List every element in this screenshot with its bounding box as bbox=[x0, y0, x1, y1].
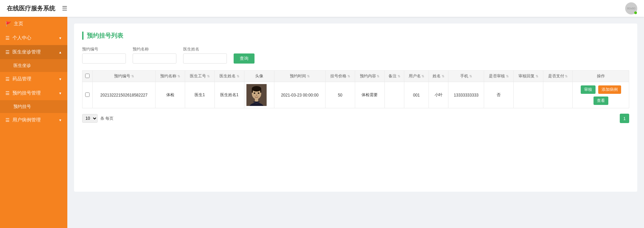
td-doctor-no: 医生1 bbox=[185, 82, 215, 108]
td-avatar bbox=[244, 82, 274, 108]
sidebar-item-personal[interactable]: ☰ 个人中心 ▼ bbox=[0, 31, 67, 45]
chevron-down-icon4: ▼ bbox=[59, 118, 62, 122]
avatar-svg bbox=[246, 84, 267, 106]
row-checkbox[interactable] bbox=[85, 92, 90, 97]
td-content: 体检需要 bbox=[355, 82, 384, 108]
main-content: 预约挂号列表 预约编号 预约名称 医生姓名 查询 bbox=[67, 17, 644, 228]
pagination: 1 bbox=[620, 114, 629, 123]
avatar-label: 80x80 bbox=[627, 7, 636, 10]
page-btn-1[interactable]: 1 bbox=[620, 114, 629, 123]
select-all-checkbox[interactable] bbox=[85, 74, 90, 78]
td-is-review: 否 bbox=[484, 82, 514, 108]
search-bar: 预约编号 预约名称 医生姓名 查询 bbox=[82, 46, 629, 64]
th-phone[interactable]: 手机 bbox=[448, 71, 484, 82]
th-doctor-name[interactable]: 医生姓名 bbox=[214, 71, 244, 82]
th-username[interactable]: 用户名 bbox=[404, 71, 429, 82]
td-is-pay bbox=[543, 82, 573, 108]
sidebar-item-doctor-mgmt-label: 医生坐诊管理 bbox=[12, 49, 41, 55]
sidebar-item-medicine-label: 药品管理 bbox=[12, 76, 31, 82]
td-appt-no: 202132221502618582227 bbox=[93, 82, 156, 108]
th-review-reply[interactable]: 审核回复 bbox=[513, 71, 543, 82]
menu-toggle-icon[interactable]: ☰ bbox=[62, 5, 67, 12]
chevron-up-icon: ▲ bbox=[59, 50, 62, 54]
table-wrapper: 预约编号 预约名称 医生工号 医生姓名 头像 预约时间 挂号价格 预约内容 备注… bbox=[82, 70, 629, 108]
search-button[interactable]: 查询 bbox=[234, 53, 255, 64]
flag-icon: 🚩 bbox=[5, 21, 11, 27]
search-input-appt-name[interactable] bbox=[133, 53, 176, 64]
svg-point-8 bbox=[253, 92, 255, 94]
online-dot bbox=[634, 11, 637, 14]
sidebar-sub-appointment: 预约挂号 bbox=[0, 100, 67, 113]
avatar[interactable]: 80x80 bbox=[625, 2, 637, 14]
th-doctor-no[interactable]: 医生工号 bbox=[185, 71, 215, 82]
th-appt-no[interactable]: 预约编号 bbox=[93, 71, 156, 82]
search-label-appt-no: 预约编号 bbox=[82, 46, 126, 52]
sidebar-item-doctor-mgmt[interactable]: ☰ 医生坐诊管理 ▲ bbox=[0, 45, 67, 59]
svg-rect-6 bbox=[252, 89, 253, 93]
th-price[interactable]: 挂号价格 bbox=[325, 71, 355, 82]
table-header-row: 预约编号 预约名称 医生工号 医生姓名 头像 预约时间 挂号价格 预约内容 备注… bbox=[82, 71, 629, 82]
svg-point-9 bbox=[258, 92, 259, 94]
th-appt-time[interactable]: 预约时间 bbox=[274, 71, 325, 82]
th-is-review[interactable]: 是否审核 bbox=[484, 71, 514, 82]
patient-mgmt-icon: ☰ bbox=[5, 117, 10, 123]
td-remark bbox=[384, 82, 404, 108]
td-actions: 审核 添加病例 查看 bbox=[573, 82, 629, 108]
search-field-appt-name: 预约名称 bbox=[133, 46, 176, 64]
sidebar: 🚩 主页 ☰ 个人中心 ▼ ☰ 医生坐诊管理 ▲ 医生坐诊 ☰ 药品管理 ▼ ☰… bbox=[0, 17, 67, 228]
th-appt-name[interactable]: 预约名称 bbox=[156, 71, 185, 82]
svg-rect-7 bbox=[260, 89, 261, 93]
person-avatar-image bbox=[246, 84, 267, 106]
search-field-doctor-name: 医生姓名 bbox=[183, 46, 227, 64]
review-button[interactable]: 审核 bbox=[581, 85, 596, 94]
sidebar-item-appointment-label: 预约挂号 bbox=[13, 104, 31, 109]
sidebar-item-patient-mgmt[interactable]: ☰ 用户病例管理 ▼ bbox=[0, 113, 67, 127]
sidebar-item-appointment[interactable]: 预约挂号 bbox=[0, 100, 67, 113]
sidebar-item-home-label: 主页 bbox=[14, 21, 23, 27]
sidebar-item-doctor-clinic-label: 医生坐诊 bbox=[13, 63, 31, 68]
pagination-bar: 10 20 50 条 每页 1 bbox=[82, 114, 629, 123]
appointments-table: 预约编号 预约名称 医生工号 医生姓名 头像 预约时间 挂号价格 预约内容 备注… bbox=[82, 70, 629, 108]
sidebar-item-medicine[interactable]: ☰ 药品管理 ▼ bbox=[0, 72, 67, 86]
layout: 🚩 主页 ☰ 个人中心 ▼ ☰ 医生坐诊管理 ▲ 医生坐诊 ☰ 药品管理 ▼ ☰… bbox=[0, 17, 644, 228]
chevron-down-icon2: ▼ bbox=[59, 77, 62, 81]
content-card: 预约挂号列表 预约编号 预约名称 医生姓名 查询 bbox=[74, 24, 637, 192]
td-price: 50 bbox=[325, 82, 355, 108]
th-realname[interactable]: 姓名 bbox=[429, 71, 448, 82]
add-case-button[interactable]: 添加病例 bbox=[598, 85, 621, 94]
td-realname: 小叶 bbox=[429, 82, 448, 108]
chevron-down-icon: ▼ bbox=[59, 36, 62, 40]
sidebar-sub-doctor: 医生坐诊 bbox=[0, 59, 67, 72]
search-input-doctor-name[interactable] bbox=[183, 53, 227, 64]
sidebar-item-patient-mgmt-label: 用户病例管理 bbox=[12, 117, 41, 123]
app-title: 在线医疗服务系统 bbox=[7, 4, 55, 12]
header: 在线医疗服务系统 ☰ 80x80 bbox=[0, 0, 644, 17]
chevron-down-icon3: ▼ bbox=[59, 91, 62, 95]
header-right: 80x80 bbox=[625, 2, 637, 14]
page-size-label: 条 每页 bbox=[100, 116, 113, 121]
sidebar-item-appointment-mgmt-label: 预约挂号管理 bbox=[12, 90, 41, 96]
th-actions: 操作 bbox=[573, 71, 629, 82]
page-size-select[interactable]: 10 20 50 bbox=[82, 114, 98, 123]
sidebar-item-home[interactable]: 🚩 主页 bbox=[0, 17, 67, 31]
td-username: 001 bbox=[404, 82, 429, 108]
td-doctor-name: 医生姓名1 bbox=[214, 82, 244, 108]
svg-point-5 bbox=[252, 86, 261, 91]
search-input-appt-no[interactable] bbox=[82, 53, 126, 64]
svg-point-10 bbox=[256, 95, 257, 96]
th-content[interactable]: 预约内容 bbox=[355, 71, 384, 82]
appointment-mgmt-icon: ☰ bbox=[5, 90, 10, 96]
sidebar-item-personal-label: 个人中心 bbox=[12, 35, 31, 41]
personal-icon: ☰ bbox=[5, 35, 10, 41]
view-button[interactable]: 查看 bbox=[594, 97, 608, 105]
medicine-icon: ☰ bbox=[5, 76, 10, 82]
sidebar-item-doctor-clinic[interactable]: 医生坐诊 bbox=[0, 59, 67, 72]
th-remark[interactable]: 备注 bbox=[384, 71, 404, 82]
th-avatar: 头像 bbox=[244, 71, 274, 82]
td-appt-name: 体检 bbox=[156, 82, 185, 108]
search-label-doctor-name: 医生姓名 bbox=[183, 46, 227, 52]
page-title: 预约挂号列表 bbox=[82, 32, 629, 40]
doctor-mgmt-icon: ☰ bbox=[5, 49, 10, 55]
sidebar-item-appointment-mgmt[interactable]: ☰ 预约挂号管理 ▼ bbox=[0, 86, 67, 100]
th-is-pay[interactable]: 是否支付 bbox=[543, 71, 573, 82]
